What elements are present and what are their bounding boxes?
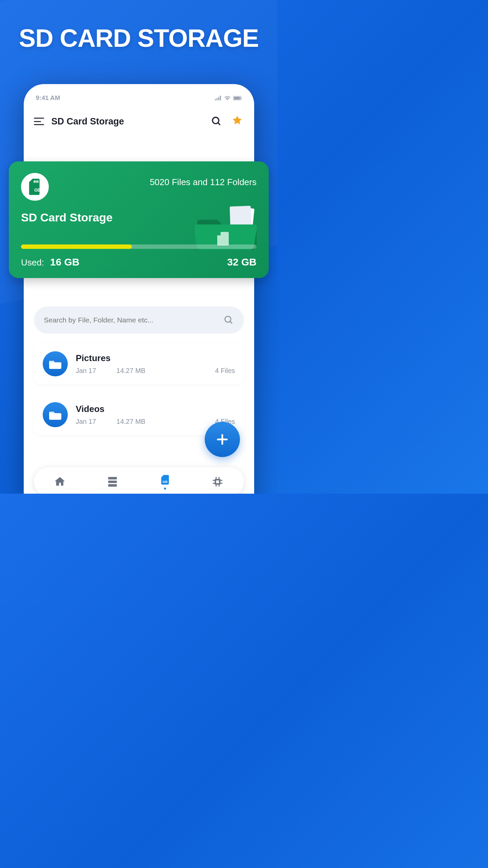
hero-title: SD CARD STORAGE [0, 0, 278, 64]
server-icon [107, 476, 118, 488]
sd-card-icon: GB [27, 179, 42, 195]
progress-fill [21, 244, 132, 249]
item-date: Jan 17 [76, 367, 96, 375]
app-header: SD Card Storage [24, 105, 254, 134]
folder-icon [43, 351, 68, 376]
phone-frame: 9:41 AM SD Card Storage Pictures [24, 84, 254, 494]
add-button[interactable] [205, 422, 240, 457]
storage-stats: 5020 Files and 112 Folders [150, 177, 257, 188]
svg-rect-34 [217, 232, 221, 235]
nav-home[interactable] [54, 476, 66, 488]
item-name: Videos [76, 404, 235, 414]
svg-rect-5 [234, 97, 240, 100]
search-field[interactable] [34, 307, 244, 334]
folder-graphic-icon [195, 205, 259, 250]
plus-icon [216, 433, 229, 446]
battery-icon [233, 96, 242, 100]
svg-rect-28 [36, 180, 37, 183]
svg-rect-0 [215, 99, 216, 100]
search-icon [224, 315, 234, 325]
status-icons [215, 96, 242, 100]
sd-card-icon: GB [159, 474, 171, 486]
storage-card[interactable]: GB 5020 Files and 112 Folders SD Card St… [9, 161, 269, 278]
nav-active-dot [164, 488, 166, 490]
progress-track [21, 244, 257, 249]
svg-text:GB: GB [163, 480, 168, 484]
bottom-nav: GB [34, 467, 244, 494]
svg-point-7 [212, 117, 219, 124]
item-count: 4 Files [215, 367, 235, 375]
signal-icon [215, 96, 222, 100]
chip-icon [212, 476, 223, 488]
svg-rect-1 [217, 98, 218, 100]
svg-rect-27 [34, 180, 35, 183]
nav-storage[interactable] [107, 476, 118, 488]
svg-line-8 [218, 123, 220, 125]
nav-hardware[interactable] [212, 476, 223, 488]
hamburger-icon[interactable] [34, 118, 44, 125]
crown-icon [230, 115, 244, 128]
item-date: Jan 17 [76, 418, 96, 426]
svg-text:GB: GB [34, 188, 40, 193]
svg-point-9 [225, 316, 231, 322]
svg-rect-6 [241, 97, 242, 99]
status-bar: 9:41 AM [24, 84, 254, 105]
search-input[interactable] [44, 316, 224, 324]
used-value: 16 GB [50, 256, 80, 268]
folder-icon [43, 402, 68, 427]
search-icon [211, 116, 222, 127]
wifi-icon [224, 96, 230, 100]
sd-card-badge: GB [21, 173, 49, 201]
premium-button[interactable] [230, 115, 244, 128]
svg-line-10 [230, 321, 232, 323]
total-value: 32 GB [227, 256, 257, 268]
svg-rect-13 [108, 477, 117, 479]
list-item[interactable]: Pictures Jan 17 14.27 MB 4 Files [34, 343, 244, 384]
svg-rect-14 [108, 480, 117, 483]
svg-rect-15 [108, 484, 117, 487]
search-button[interactable] [210, 115, 223, 128]
nav-sd-card[interactable]: GB [159, 474, 171, 490]
home-icon [54, 476, 66, 488]
app-title: SD Card Storage [52, 116, 203, 127]
item-name: Pictures [76, 353, 235, 363]
svg-rect-2 [218, 97, 219, 100]
item-size: 14.27 MB [117, 367, 146, 375]
item-size: 14.27 MB [117, 418, 146, 426]
svg-rect-18 [216, 480, 219, 484]
status-time: 9:41 AM [36, 94, 60, 102]
used-label: Used: [21, 257, 44, 268]
svg-rect-3 [220, 96, 221, 100]
svg-rect-29 [37, 180, 38, 183]
